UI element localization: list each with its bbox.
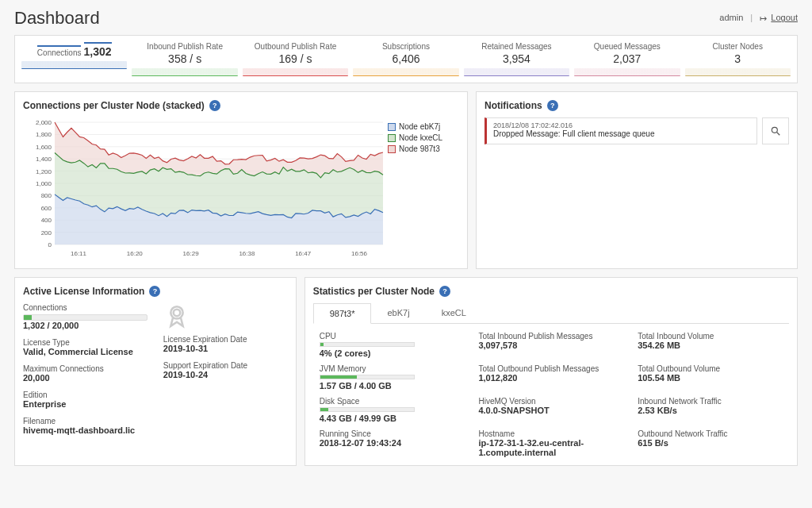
kpi-sparkline xyxy=(21,61,127,69)
stat-disk-value: 4.43 GB / 49.99 GB xyxy=(320,414,465,423)
svg-text:1,800: 1,800 xyxy=(36,131,52,138)
legend-item: Node 987t3 xyxy=(388,144,459,153)
stat-version-label: HiveMQ Version xyxy=(478,397,623,406)
user-link[interactable]: admin xyxy=(719,13,743,22)
kpi-connections[interactable]: Connections 1,302 xyxy=(21,42,127,76)
svg-text:600: 600 xyxy=(41,205,52,212)
stats-panel: Statistics per Cluster Node ? 987t3*ebK7… xyxy=(304,277,798,466)
legend-item: Node ebK7j xyxy=(388,122,459,131)
stat-jvm-value: 1.57 GB / 4.00 GB xyxy=(320,381,465,391)
page-title: Dashboard xyxy=(14,8,100,29)
stat-running-value: 2018-12-07 19:43:24 xyxy=(320,438,465,448)
lic-max-label: Maximum Connections xyxy=(23,364,147,373)
kpi-inbound-publish-rate[interactable]: Inbound Publish Rate 358 / s xyxy=(132,42,237,76)
svg-text:200: 200 xyxy=(41,229,52,237)
svg-text:16:20: 16:20 xyxy=(127,250,144,257)
stat-invol-value: 354.26 MB xyxy=(638,341,783,350)
stat-jvm-label: JVM Memory xyxy=(320,364,465,373)
kpi-queued-messages[interactable]: Queued Messages 2,037 xyxy=(574,42,680,76)
legend-item: Node kxeCL xyxy=(388,133,459,142)
logout-link[interactable]: Logout xyxy=(771,13,798,22)
stat-outnet-label: Outbound Network Traffic xyxy=(638,429,783,438)
lic-filename-value: hivemq-mqtt-dashboard.lic xyxy=(23,425,147,435)
chart-title: Connections per Cluster Node (stacked) xyxy=(23,100,205,111)
help-icon[interactable]: ? xyxy=(209,100,220,111)
license-panel: Active License Information ? Connections… xyxy=(14,277,297,466)
svg-text:16:29: 16:29 xyxy=(183,250,200,257)
stat-hostname-label: Hostname xyxy=(478,429,623,438)
kpi-sparkline xyxy=(132,68,237,76)
notification-search-button[interactable] xyxy=(762,117,789,144)
lic-support-label: Support Expiration Date xyxy=(163,361,288,370)
svg-text:16:47: 16:47 xyxy=(295,250,312,257)
stat-running-label: Running Since xyxy=(320,429,465,438)
help-icon[interactable]: ? xyxy=(149,286,160,297)
logout-icon: ↦ xyxy=(760,13,767,24)
svg-text:800: 800 xyxy=(41,192,52,199)
svg-text:16:38: 16:38 xyxy=(239,250,255,257)
stat-outvol-value: 105.54 MB xyxy=(638,373,783,383)
license-title: Active License Information xyxy=(23,286,144,297)
tab-987t3[interactable]: 987t3* xyxy=(313,303,372,324)
lic-exp-label: License Expiration Date xyxy=(163,335,288,344)
lic-type-label: License Type xyxy=(23,338,147,347)
kpi-sparkline xyxy=(574,68,680,76)
lic-edition-value: Enterprise xyxy=(23,399,147,409)
svg-text:0: 0 xyxy=(48,241,52,248)
kpi-label: Cluster Nodes xyxy=(685,42,791,51)
tab-ebK7j[interactable]: ebK7j xyxy=(371,303,425,323)
notification-item[interactable]: 2018/12/08 17:02:42.016 Dropped Message:… xyxy=(485,117,757,144)
kpi-subscriptions[interactable]: Subscriptions 6,406 xyxy=(353,42,458,76)
kpi-value: 358 / s xyxy=(132,52,237,65)
help-icon[interactable]: ? xyxy=(547,100,558,111)
kpi-sparkline xyxy=(685,68,791,76)
lic-support-value: 2019-10-24 xyxy=(163,370,288,379)
separator: | xyxy=(750,13,753,22)
stat-outvol-label: Total Outbound Volume xyxy=(638,364,783,373)
chart-panel: Connections per Cluster Node (stacked) ?… xyxy=(14,91,468,269)
header: Dashboard admin | ↦ Logout xyxy=(14,8,798,29)
stats-tabs: 987t3*ebK7jkxeCL xyxy=(313,303,789,324)
kpi-cluster-nodes[interactable]: Cluster Nodes 3 xyxy=(685,42,791,76)
lic-max-value: 20,000 xyxy=(23,373,147,383)
svg-text:1,600: 1,600 xyxy=(36,144,52,151)
svg-text:1,200: 1,200 xyxy=(36,168,52,175)
lic-exp-value: 2019-10-31 xyxy=(163,344,288,353)
kpi-value: 2,037 xyxy=(574,52,680,65)
kpi-value: 169 / s xyxy=(243,52,348,65)
lic-filename-label: Filename xyxy=(23,417,147,425)
stat-inmsg-value: 3,097,578 xyxy=(478,341,623,350)
kpi-outbound-publish-rate[interactable]: Outbound Publish Rate 169 / s xyxy=(243,42,348,76)
kpi-label: Subscriptions xyxy=(353,42,458,51)
stat-innet-value: 2.53 KB/s xyxy=(638,406,783,415)
tab-kxeCL[interactable]: kxeCL xyxy=(426,303,482,323)
kpi-retained-messages[interactable]: Retained Messages 3,954 xyxy=(464,42,569,76)
stat-hostname-value: ip-172-31-1-32.eu-central-1.compute.inte… xyxy=(478,438,623,457)
svg-point-31 xyxy=(174,310,181,317)
stat-cpu-progress xyxy=(320,342,415,347)
help-icon[interactable]: ? xyxy=(439,286,450,297)
svg-text:1,000: 1,000 xyxy=(36,180,52,187)
stat-outmsg-label: Total Outbound Publish Messages xyxy=(478,364,623,373)
stat-version-value: 4.0.0-SNAPSHOT xyxy=(478,406,623,415)
lic-edition-label: Edition xyxy=(23,391,147,399)
svg-text:400: 400 xyxy=(41,217,52,224)
stat-invol-label: Total Inbound Volume xyxy=(638,332,783,341)
svg-point-28 xyxy=(772,127,777,133)
stat-inmsg-label: Total Inbound Publish Messages xyxy=(478,332,623,341)
stats-title: Statistics per Cluster Node xyxy=(313,286,435,297)
kpi-value: 3,954 xyxy=(464,52,569,65)
svg-text:16:56: 16:56 xyxy=(351,250,368,257)
lic-connections-progress xyxy=(23,314,147,321)
ribbon-icon xyxy=(163,303,190,330)
kpi-value: 6,406 xyxy=(353,52,458,65)
stat-outnet-value: 615 B/s xyxy=(638,438,783,448)
kpi-label: Inbound Publish Rate xyxy=(132,42,237,51)
notification-timestamp: 2018/12/08 17:02:42.016 xyxy=(493,121,750,129)
lic-connections-label: Connections xyxy=(23,303,147,312)
svg-text:16:11: 16:11 xyxy=(71,250,87,257)
kpi-label: Connections xyxy=(37,45,82,57)
kpi-sparkline xyxy=(353,68,458,76)
kpi-sparkline xyxy=(464,68,569,76)
kpi-value: 3 xyxy=(685,52,791,65)
